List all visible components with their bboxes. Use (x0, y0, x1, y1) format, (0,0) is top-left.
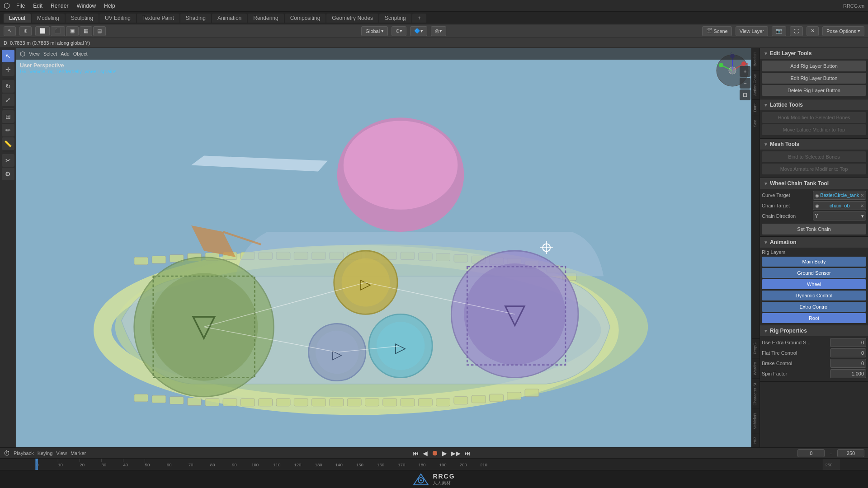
fullscreen-btn[interactable]: ⛶ (790, 26, 803, 36)
close-btn[interactable]: ✕ (807, 26, 819, 36)
tab-rendering[interactable]: Rendering (248, 14, 283, 23)
menu-window[interactable]: Window (73, 2, 99, 10)
view-menu[interactable]: View (56, 450, 67, 456)
bind-selected-bones-btn[interactable]: Bind to Selected Bones (762, 151, 866, 162)
wheel-chain-header[interactable]: ▼ Wheel Chain Tank Tool (760, 178, 868, 189)
viewport-add-menu[interactable]: Add (61, 51, 70, 56)
prev-frame-btn[interactable]: ◀ (423, 450, 428, 457)
edit-rig-layer-btn[interactable]: Edit Rig Layer Button (762, 73, 866, 84)
play-btn[interactable]: ▶ (442, 450, 447, 457)
view-btn-2[interactable]: ⬛ (51, 26, 65, 36)
zoom-in-btn[interactable]: + (740, 66, 750, 77)
rig-layer-root-btn[interactable]: Root (762, 313, 866, 323)
chain-direction-dropdown[interactable]: Y ▾ (813, 211, 867, 221)
snap-btn[interactable]: 🔷▾ (410, 26, 427, 36)
pose-options[interactable]: Pose Options ▾ (822, 26, 864, 36)
transform-tool[interactable]: ⊞ (2, 110, 14, 123)
next-frame-btn[interactable]: ▶▶ (451, 450, 461, 457)
extra-ground-value[interactable]: 0 (830, 338, 866, 347)
zoom-fit-btn[interactable]: ⊡ (740, 89, 750, 100)
scale-tool[interactable]: ⤢ (2, 94, 14, 106)
extra-tool[interactable]: ⚙ (2, 168, 14, 180)
rig-layer-main-body-btn[interactable]: Main Body (762, 257, 866, 267)
annotate-tool[interactable]: ✏ (2, 124, 14, 136)
move-lattice-btn[interactable]: Move Lattice Modifier to Top (762, 124, 866, 135)
current-frame-input[interactable]: 0 (797, 449, 825, 457)
tab-layout[interactable]: Layout (4, 14, 31, 23)
mesh-tools-header[interactable]: ▼ Mesh Tools (760, 139, 868, 150)
menu-edit[interactable]: Edit (29, 2, 46, 10)
tab-add[interactable]: + (412, 14, 426, 23)
viewport-mode-menu[interactable]: View (29, 51, 40, 56)
view-btn-1[interactable]: ⬜ (35, 26, 50, 36)
lattice-tools-header[interactable]: ▼ Lattice Tools (760, 99, 868, 110)
viewport-editor-icon[interactable]: ⬡ (20, 50, 25, 57)
view-btn-4[interactable]: ▦ (80, 26, 92, 36)
scene-selector[interactable]: 🎬 Scene (702, 26, 732, 36)
brake-control-value[interactable]: 0 (830, 359, 866, 368)
zoom-out-btn[interactable]: − (740, 78, 750, 89)
measure-tool[interactable]: 📏 (2, 137, 14, 150)
select-mode-btn[interactable]: ↖ (4, 26, 16, 36)
marker-menu[interactable]: Marker (71, 450, 86, 456)
rig-layer-ground-sensor-btn[interactable]: Ground Sensor (762, 268, 866, 278)
blender-logo[interactable]: ⬡ (4, 1, 10, 10)
pivot-btn[interactable]: ⊕ (19, 26, 32, 36)
end-frame-input[interactable]: 250 (837, 449, 864, 457)
rotate-tool[interactable]: ↻ (2, 80, 14, 93)
tab-compositing[interactable]: Compositing (285, 14, 326, 23)
flat-tire-value[interactable]: 0 (830, 348, 866, 357)
jump-start-btn[interactable]: ⏮ (413, 450, 419, 457)
rig-properties-header[interactable]: ▼ Rig Properties (760, 325, 868, 336)
side-tab-wardro[interactable]: Wardro (752, 358, 760, 379)
render-btn[interactable]: 📷 (772, 26, 786, 36)
tab-texture-paint[interactable]: Texture Paint (137, 14, 179, 23)
view-btn-5[interactable]: ▤ (93, 26, 106, 36)
transform-pivot[interactable]: ⊙▾ (392, 26, 406, 36)
viewport-select-menu[interactable]: Select (43, 51, 57, 56)
knife-tool[interactable]: ✂ (2, 154, 14, 167)
move-tool[interactable]: ✛ (2, 63, 14, 76)
record-btn[interactable]: ⏺ (431, 449, 439, 457)
timeline-editor-icon[interactable]: ⏱ (4, 450, 10, 457)
edit-layer-tools-header[interactable]: ▼ Edit Layer Tools (760, 48, 868, 59)
hook-modifier-btn[interactable]: Hook Modifier to Selected Bones (762, 112, 866, 123)
playback-menu[interactable]: Playback (14, 450, 34, 456)
tab-scripting[interactable]: Scripting (379, 14, 411, 23)
tab-modeling[interactable]: Modeling (32, 14, 65, 23)
side-tab-vehicle-r[interactable]: VehicleR (752, 409, 760, 433)
tab-geometry-nodes[interactable]: Geometry Nodes (326, 14, 378, 23)
add-rig-layer-btn[interactable]: Add Rig Layer Button (762, 61, 866, 71)
animation-header[interactable]: ▼ Animation (760, 237, 868, 248)
rig-layer-extra-control-btn[interactable]: Extra Control (762, 302, 866, 312)
side-tab-see[interactable]: See (752, 116, 760, 131)
viewport[interactable]: ⬡ View Select Add Object User Perspectiv… (16, 48, 760, 447)
rig-layer-dynamic-control-btn[interactable]: Dynamic Control (762, 291, 866, 300)
global-dropdown[interactable]: Global▾ (361, 26, 388, 36)
curve-target-clear[interactable]: ✕ (860, 193, 864, 198)
side-tab-dont[interactable]: Dont (752, 99, 760, 116)
tab-sculpting[interactable]: Sculpting (66, 14, 99, 23)
viewport-object-menu[interactable]: Object (73, 51, 88, 56)
menu-help[interactable]: Help (100, 2, 119, 10)
curve-target-field[interactable]: ◉ BezierCircle_tank ✕ (813, 191, 867, 200)
chain-target-field[interactable]: ◉ chain_ob ✕ (813, 201, 867, 210)
menu-render[interactable]: Render (47, 2, 72, 10)
tab-animation[interactable]: Animation (212, 14, 247, 23)
side-tab-propg[interactable]: PropG (752, 338, 760, 358)
side-tab-character-st[interactable]: Character St (752, 379, 760, 409)
side-tab-hip[interactable]: HIP (752, 433, 760, 447)
move-armature-btn[interactable]: Move Armature Modifier to Top (762, 164, 866, 174)
timeline-bar[interactable]: 0 10 20 30 40 50 60 70 80 90 100 110 120… (0, 459, 868, 470)
view-btn-3[interactable]: ▣ (66, 26, 79, 36)
keying-menu[interactable]: Keying (38, 450, 53, 456)
proportional-edit[interactable]: ◎▾ (431, 26, 446, 36)
menu-file[interactable]: File (13, 2, 28, 10)
tab-shading[interactable]: Shading (180, 14, 211, 23)
rig-layer-wheel-btn[interactable]: Wheel (762, 279, 866, 289)
chain-target-clear[interactable]: ✕ (860, 203, 864, 208)
jump-end-btn[interactable]: ⏭ (464, 450, 471, 457)
set-tonk-chain-btn[interactable]: Set Tonk Chain (762, 224, 866, 235)
view-layer-selector[interactable]: View Layer (736, 26, 768, 36)
side-tab-action-pose[interactable]: Action Pose (752, 70, 760, 99)
